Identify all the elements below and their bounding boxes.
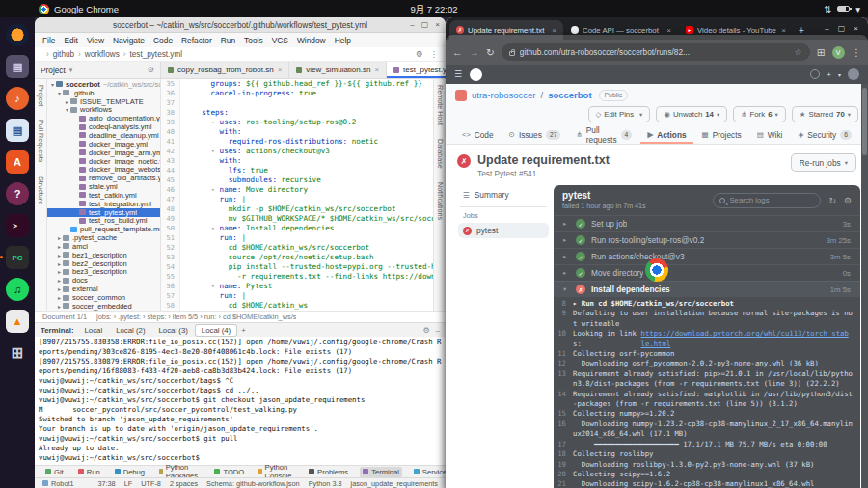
menu-item[interactable]: Run bbox=[221, 36, 235, 45]
expand-arrow-icon[interactable]: ▸ bbox=[56, 252, 63, 258]
status-item[interactable]: LF bbox=[124, 479, 133, 488]
expand-arrow-icon[interactable]: ▸ bbox=[56, 277, 63, 284]
close-tab-icon[interactable]: × bbox=[552, 26, 556, 35]
maximize-icon[interactable]: ▢ bbox=[421, 20, 429, 29]
dock-app-icon[interactable]: PC bbox=[3, 243, 32, 272]
breadcrumb[interactable]: › test_pytest.yml bbox=[120, 50, 182, 59]
tree-item[interactable]: docker_image.yml bbox=[47, 140, 160, 149]
breadcrumb[interactable]: › github bbox=[42, 50, 74, 59]
menu-item[interactable]: Window bbox=[297, 36, 326, 45]
dock-app-icon[interactable]: >_ bbox=[3, 211, 32, 240]
tool-window-tab[interactable]: TODO bbox=[211, 467, 247, 477]
menu-item[interactable]: Code bbox=[153, 36, 173, 45]
expand-arrow-icon[interactable]: ▸ bbox=[64, 98, 70, 105]
close-tab-icon[interactable]: × bbox=[374, 66, 379, 74]
code-editor[interactable]: 35 groups: ${{ github.head_ref }}-${{ gi… bbox=[161, 79, 433, 311]
editor-line[interactable]: 53 source /opt/ros/noetic/setup.bash bbox=[161, 253, 433, 262]
editor-line[interactable]: 57 run: | bbox=[161, 291, 433, 301]
tree-item[interactable]: ▸ .pytest_cache bbox=[47, 233, 160, 242]
tree-item[interactable]: test_catkin.yml bbox=[47, 191, 160, 200]
tree-item[interactable]: ▸ bez1_description bbox=[47, 251, 160, 259]
tree-item[interactable]: stale.yml bbox=[47, 182, 160, 191]
close-icon[interactable]: × bbox=[854, 24, 858, 33]
dock-app-icon[interactable]: ♫ bbox=[3, 275, 32, 304]
editor-line[interactable]: 50 - name: Install dependencies bbox=[161, 224, 433, 233]
tree-item[interactable]: ▸ external bbox=[47, 285, 160, 293]
expand-arrow-icon[interactable]: ▾ bbox=[49, 81, 56, 88]
tree-item[interactable]: ▾ .github bbox=[47, 89, 160, 97]
terminal-tab[interactable]: Local bbox=[79, 325, 109, 336]
editor-line[interactable]: 48 mkdir -p $HOME/catkin_ws/src/soccerbo… bbox=[161, 204, 433, 214]
tree-item[interactable]: ▸ amcl bbox=[47, 242, 160, 251]
editor-line[interactable]: 47 run: | bbox=[161, 195, 433, 204]
breadcrumb[interactable]: › workflows bbox=[74, 50, 120, 59]
tree-item[interactable]: test_integration.yml bbox=[47, 200, 160, 208]
tree-item[interactable]: ▸ soccer_common bbox=[47, 293, 160, 302]
terminal-minimize-icon[interactable]: – bbox=[436, 326, 440, 335]
dock-app-icon[interactable]: ▲ bbox=[3, 307, 32, 336]
ide-more-icon[interactable]: ⋮ bbox=[430, 49, 439, 59]
editor-line[interactable]: 51 run: | bbox=[161, 233, 433, 243]
menu-item[interactable]: Navigate bbox=[113, 36, 145, 45]
editor-line[interactable]: 40 with: bbox=[161, 127, 433, 137]
editor-line[interactable]: 38 steps: bbox=[161, 108, 433, 118]
editor-line[interactable]: 37 bbox=[161, 98, 433, 108]
terminal-tab[interactable]: Local (2) bbox=[110, 325, 150, 336]
minimize-icon[interactable]: – bbox=[410, 20, 414, 29]
tool-window-button[interactable]: Notifications bbox=[436, 182, 445, 220]
menu-item[interactable]: File bbox=[42, 36, 56, 45]
expand-arrow-icon[interactable]: ▾ bbox=[56, 90, 63, 96]
expand-arrow-icon[interactable]: ▸ bbox=[56, 243, 63, 250]
tree-item[interactable]: codeql-analysis.yml bbox=[47, 122, 160, 131]
clock[interactable]: 9月 7 22:02 bbox=[0, 2, 868, 15]
yaml-breadcrumb[interactable]: jobs: › .pytest: › steps: › item 5/5 › r… bbox=[96, 312, 296, 321]
tree-item[interactable]: ▸ bez3_description bbox=[47, 268, 160, 277]
dock-app-icon[interactable] bbox=[3, 20, 32, 49]
tool-window-tab[interactable]: Terminal bbox=[360, 467, 402, 477]
menu-item[interactable]: Refactor bbox=[181, 36, 212, 45]
editor-line[interactable]: 35 groups: ${{ github.head_ref }}-${{ gi… bbox=[161, 79, 433, 89]
editor-line[interactable]: 55 -r requirements.txt --find-links http… bbox=[161, 272, 433, 282]
tool-window-tab[interactable]: Problems bbox=[306, 467, 351, 477]
terminal-tab[interactable]: Local (4) bbox=[196, 325, 236, 336]
expand-arrow-icon[interactable]: ▸ bbox=[56, 260, 63, 267]
tree-item[interactable]: test_pytest.yml bbox=[47, 208, 160, 217]
tool-window-button[interactable]: Remote Host bbox=[436, 85, 445, 125]
expand-arrow-icon[interactable]: ▾ bbox=[64, 106, 70, 113]
editor-line[interactable]: 45 submodules: recursive bbox=[161, 176, 433, 185]
editor-line[interactable]: 46 - name: Move directory bbox=[161, 185, 433, 195]
tree-item[interactable]: auto_documentation.yml bbox=[47, 114, 160, 122]
expand-arrow-icon[interactable]: ▸ bbox=[56, 234, 63, 241]
editor-line[interactable]: 42 - uses: actions/checkout@v3 bbox=[161, 147, 433, 156]
project-caret-icon[interactable]: ▾ bbox=[69, 67, 73, 74]
editor-tab[interactable]: copy_rosbag_from_robot.sh × bbox=[161, 62, 289, 78]
dock-app-icon[interactable]: ▤ bbox=[3, 52, 32, 81]
maximize-icon[interactable]: ▢ bbox=[838, 24, 846, 33]
editor-line[interactable]: 36 cancel-in-progress: true bbox=[161, 89, 433, 98]
dock-app-icon[interactable]: A bbox=[3, 148, 32, 176]
tree-item[interactable]: ▸ soccer_embedded bbox=[47, 302, 160, 311]
menu-item[interactable]: Edit bbox=[65, 36, 78, 45]
dock-app-icon[interactable]: ? bbox=[3, 179, 32, 208]
editor-tab[interactable]: view_simulation.sh × bbox=[289, 62, 387, 78]
tool-window-button[interactable]: Database bbox=[436, 139, 445, 169]
tree-item[interactable]: ▸ docs bbox=[47, 276, 160, 285]
expand-arrow-icon[interactable]: ▸ bbox=[56, 294, 63, 301]
tool-window-button[interactable]: Project bbox=[37, 85, 45, 106]
dock-app-icon[interactable]: ♪ bbox=[3, 84, 32, 113]
tool-window-tab[interactable]: Run bbox=[75, 467, 103, 477]
tool-window-tab[interactable]: Debug bbox=[112, 467, 148, 477]
editor-line[interactable]: 58 cd $HOME/catkin_ws bbox=[161, 301, 433, 311]
dock-app-icon[interactable]: ▤ bbox=[3, 116, 32, 145]
tree-item[interactable]: remove_old_artifacts.yml bbox=[47, 174, 160, 182]
editor-line[interactable]: 54 pip install --trusted-host=pypi.org -… bbox=[161, 262, 433, 272]
tree-item[interactable]: test_ros_build.yml bbox=[47, 217, 160, 226]
tree-item[interactable]: ▸ bez2_description bbox=[47, 259, 160, 268]
tree-item[interactable]: ▾ workflows bbox=[47, 106, 160, 115]
tool-window-tab[interactable]: Services bbox=[411, 467, 446, 477]
close-tab-icon[interactable]: × bbox=[278, 66, 283, 74]
status-item[interactable]: 37:38 bbox=[97, 479, 115, 488]
tool-window-button[interactable]: Structure bbox=[37, 176, 45, 204]
editor-line[interactable]: 43 with: bbox=[161, 156, 433, 166]
new-terminal-icon[interactable]: + bbox=[241, 326, 246, 335]
